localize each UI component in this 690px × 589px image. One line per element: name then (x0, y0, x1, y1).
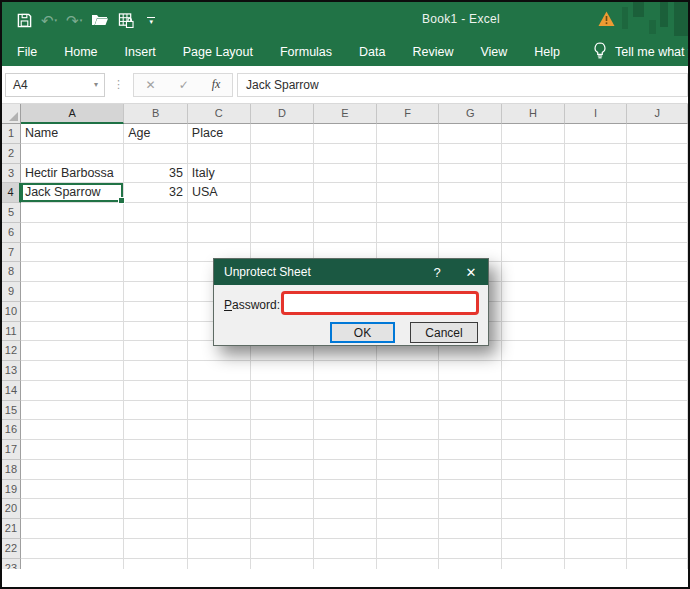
cell-c23[interactable] (188, 559, 251, 570)
cell-b2[interactable] (124, 144, 188, 164)
cell-d6[interactable] (251, 223, 315, 243)
cell-i14[interactable] (565, 381, 628, 401)
cell-h12[interactable] (502, 341, 565, 361)
cell-a16[interactable] (21, 420, 124, 440)
row-header-22[interactable]: 22 (2, 539, 21, 559)
cell-i17[interactable] (565, 440, 628, 460)
cell-f22[interactable] (377, 539, 440, 559)
cell-b11[interactable] (124, 322, 188, 342)
cell-g14[interactable] (439, 381, 502, 401)
cell-h13[interactable] (502, 361, 565, 381)
cell-i11[interactable] (565, 322, 628, 342)
cell-g18[interactable] (439, 460, 502, 480)
cell-b4[interactable]: 32 (124, 183, 188, 203)
row-header-5[interactable]: 5 (2, 203, 21, 223)
cancel-button[interactable]: Cancel (410, 322, 478, 343)
cell-d5[interactable] (251, 203, 315, 223)
cell-i21[interactable] (565, 519, 628, 539)
cell-h7[interactable] (502, 243, 565, 263)
cancel-entry-icon[interactable]: ✕ (146, 78, 156, 92)
cell-e16[interactable] (314, 420, 377, 440)
cell-i15[interactable] (565, 401, 628, 421)
cell-e1[interactable] (314, 124, 377, 144)
cell-g22[interactable] (439, 539, 502, 559)
cell-f19[interactable] (377, 480, 440, 500)
cell-j3[interactable] (627, 164, 688, 184)
tab-formulas[interactable]: Formulas (280, 45, 332, 59)
cell-g15[interactable] (439, 401, 502, 421)
cell-b8[interactable] (124, 262, 188, 282)
cell-e4[interactable] (314, 183, 377, 203)
cell-c14[interactable] (188, 381, 251, 401)
cell-b12[interactable] (124, 341, 188, 361)
cell-j23[interactable] (627, 559, 688, 570)
row-header-1[interactable]: 1 (2, 124, 21, 144)
cell-i10[interactable] (565, 302, 628, 322)
cell-j1[interactable] (627, 124, 688, 144)
cell-a23[interactable] (21, 559, 124, 570)
cell-a13[interactable] (21, 361, 124, 381)
cell-f16[interactable] (377, 420, 440, 440)
cell-d14[interactable] (251, 381, 315, 401)
cell-j17[interactable] (627, 440, 688, 460)
cell-j16[interactable] (627, 420, 688, 440)
formula-bar-input[interactable]: Jack Sparrow (237, 73, 688, 97)
cell-j11[interactable] (627, 322, 688, 342)
cell-a4[interactable]: Jack Sparrow (21, 183, 124, 203)
cell-c21[interactable] (188, 519, 251, 539)
cell-g5[interactable] (439, 203, 502, 223)
cell-f17[interactable] (377, 440, 440, 460)
cell-h1[interactable] (502, 124, 565, 144)
cell-c13[interactable] (188, 361, 251, 381)
cell-c17[interactable] (188, 440, 251, 460)
cell-a14[interactable] (21, 381, 124, 401)
cell-a21[interactable] (21, 519, 124, 539)
cell-j15[interactable] (627, 401, 688, 421)
cell-g16[interactable] (439, 420, 502, 440)
cell-e14[interactable] (314, 381, 377, 401)
cell-d1[interactable] (251, 124, 315, 144)
row-header-17[interactable]: 17 (2, 440, 21, 460)
cell-d22[interactable] (251, 539, 315, 559)
cell-c2[interactable] (188, 144, 251, 164)
cell-b3[interactable]: 35 (124, 164, 188, 184)
cell-g4[interactable] (439, 183, 502, 203)
cell-e15[interactable] (314, 401, 377, 421)
column-header-b[interactable]: B (124, 104, 188, 124)
cell-e18[interactable] (314, 460, 377, 480)
cell-j19[interactable] (627, 480, 688, 500)
cell-b6[interactable] (124, 223, 188, 243)
cell-c4[interactable]: USA (188, 183, 251, 203)
tab-insert[interactable]: Insert (125, 45, 156, 59)
cell-i12[interactable] (565, 341, 628, 361)
cell-h18[interactable] (502, 460, 565, 480)
cell-e20[interactable] (314, 499, 377, 519)
column-header-g[interactable]: G (439, 104, 502, 124)
column-header-h[interactable]: H (502, 104, 565, 124)
cell-c1[interactable]: Place (188, 124, 251, 144)
cell-d13[interactable] (251, 361, 315, 381)
cell-h20[interactable] (502, 499, 565, 519)
cell-d23[interactable] (251, 559, 315, 570)
cell-j21[interactable] (627, 519, 688, 539)
cell-i7[interactable] (565, 243, 628, 263)
cell-f21[interactable] (377, 519, 440, 539)
cell-f18[interactable] (377, 460, 440, 480)
cell-i8[interactable] (565, 262, 628, 282)
enter-entry-icon[interactable]: ✓ (179, 78, 189, 92)
tab-home[interactable]: Home (64, 45, 97, 59)
cell-a1[interactable]: Name (21, 124, 124, 144)
cell-d20[interactable] (251, 499, 315, 519)
cell-j14[interactable] (627, 381, 688, 401)
cell-e22[interactable] (314, 539, 377, 559)
cell-i4[interactable] (565, 183, 628, 203)
cell-d17[interactable] (251, 440, 315, 460)
cell-i20[interactable] (565, 499, 628, 519)
cell-b5[interactable] (124, 203, 188, 223)
cell-i2[interactable] (565, 144, 628, 164)
cell-c15[interactable] (188, 401, 251, 421)
tab-file[interactable]: File (17, 45, 37, 59)
row-header-16[interactable]: 16 (2, 420, 21, 440)
column-header-f[interactable]: F (377, 104, 440, 124)
cell-c18[interactable] (188, 460, 251, 480)
